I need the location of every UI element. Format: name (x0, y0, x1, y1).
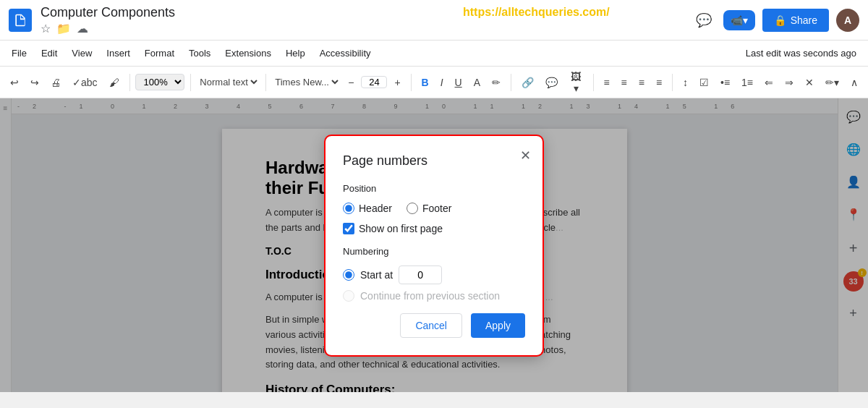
toolbar-right: ✏▾ ∧ (821, 74, 862, 91)
sep3 (265, 74, 266, 91)
cancel-button[interactable]: Cancel (400, 313, 462, 338)
font-plus-button[interactable]: + (390, 74, 404, 91)
share-label: Share (791, 14, 817, 26)
doc-info: Computer Components ☆ 📁 ☁ (41, 5, 175, 35)
sep2 (190, 74, 191, 91)
numbering-section: Numbering Start at Continue from previou… (343, 246, 525, 302)
sep5 (511, 74, 511, 91)
toolbar: ↩ ↪ 🖨 ✓abc 🖌 100% Normal text Times New.… (0, 67, 868, 98)
redo-button[interactable]: ↪ (26, 74, 43, 91)
start-at-label: Start at (360, 269, 393, 281)
bullet-list-button[interactable]: •≡ (716, 74, 734, 91)
menu-help[interactable]: Help (280, 45, 311, 61)
menu-edit[interactable]: Edit (35, 45, 63, 61)
topbar-right: 💬 📹▾ 🔒 Share A (692, 8, 859, 33)
doc-title: Computer Components (41, 5, 175, 20)
numbering-label: Numbering (343, 246, 525, 257)
footer-radio[interactable] (407, 203, 418, 214)
sep4 (411, 74, 412, 91)
start-at-radio[interactable] (343, 269, 354, 281)
align-right-button[interactable]: ≡ (634, 74, 649, 91)
footer-option[interactable]: Footer (407, 203, 451, 214)
continue-option: Continue from previous section (343, 290, 525, 302)
continue-radio (343, 290, 354, 302)
start-at-row: Start at (343, 265, 525, 284)
dialog-title: Page numbers (343, 153, 525, 169)
align-justify-button[interactable]: ≡ (652, 74, 666, 91)
position-radio-group: Header Footer (343, 203, 525, 214)
menu-accessibility[interactable]: Accessibility (314, 45, 377, 61)
apply-button[interactable]: Apply (471, 313, 525, 338)
menubar: File Edit View Insert Format Tools Exten… (0, 41, 868, 67)
expand-button[interactable]: ∧ (846, 74, 862, 91)
zoom-select[interactable]: 100% (135, 74, 184, 90)
highlight-button[interactable]: ✏ (488, 74, 505, 91)
avatar: A (836, 9, 859, 32)
numbered-list-button[interactable]: 1≡ (737, 74, 757, 91)
font-color-button[interactable]: A (469, 74, 485, 91)
dialog-overlay: Page numbers ✕ Position Header Footer (0, 98, 868, 392)
start-at-input[interactable] (399, 265, 442, 284)
menu-extensions[interactable]: Extensions (219, 45, 277, 61)
sep1 (129, 74, 130, 91)
indent-less-button[interactable]: ⇐ (760, 74, 778, 91)
show-first-page-checkbox[interactable] (343, 223, 354, 234)
folder-icon[interactable]: 📁 (56, 22, 71, 35)
url-overlay: https://alltechqueries.com/ (463, 6, 610, 19)
print-button[interactable]: 🖨 (46, 74, 65, 91)
header-label: Header (359, 203, 392, 214)
cloud-icon[interactable]: ☁ (77, 22, 88, 35)
paint-format-button[interactable]: 🖌 (105, 74, 124, 91)
font-size-input[interactable] (361, 76, 387, 88)
header-radio[interactable] (343, 203, 354, 214)
comment-button[interactable]: 💬 (541, 74, 562, 91)
continue-label: Continue from previous section (360, 290, 500, 302)
menu-file[interactable]: File (6, 45, 33, 61)
dialog-actions: Cancel Apply (343, 313, 525, 338)
undo-button[interactable]: ↩ (6, 74, 23, 91)
topbar: Computer Components ☆ 📁 ☁ https://alltec… (0, 0, 868, 41)
meet-icon[interactable]: 📹▾ (723, 10, 755, 30)
underline-button[interactable]: U (451, 74, 467, 91)
spellcheck-button[interactable]: ✓abc (68, 74, 102, 91)
align-left-button[interactable]: ≡ (599, 74, 613, 91)
lock-icon: 🔒 (774, 14, 786, 26)
style-select[interactable]: Normal text (197, 76, 260, 88)
clear-format-button[interactable]: ✕ (801, 74, 818, 91)
line-spacing-button[interactable]: ↕ (678, 74, 692, 91)
star-icon[interactable]: ☆ (41, 22, 51, 35)
image-button[interactable]: 🖼▾ (565, 68, 587, 97)
position-section: Position Header Footer Show on first pag… (343, 183, 525, 234)
page-numbers-dialog: Page numbers ✕ Position Header Footer (326, 136, 542, 355)
menu-view[interactable]: View (66, 45, 98, 61)
menu-format[interactable]: Format (139, 45, 180, 61)
main-area: ≡ -2 -1 0 1 2 3 4 5 6 7 8 9 10 11 12 13 … (0, 98, 868, 392)
last-edit: Last edit was seconds ago (740, 45, 862, 61)
checklist-button[interactable]: ☑ (695, 74, 713, 91)
app-icon (9, 9, 32, 32)
edit-mode-button[interactable]: ✏▾ (821, 74, 843, 91)
sep6 (593, 74, 594, 91)
comment-icon[interactable]: 💬 (692, 8, 716, 33)
align-center-button[interactable]: ≡ (617, 74, 631, 91)
menu-tools[interactable]: Tools (183, 45, 216, 61)
font-minus-button[interactable]: − (344, 74, 358, 91)
show-first-page-label: Show on first page (359, 223, 443, 234)
font-select[interactable]: Times New... (272, 76, 341, 88)
position-label: Position (343, 183, 525, 194)
header-option[interactable]: Header (343, 203, 392, 214)
share-button[interactable]: 🔒 Share (762, 9, 829, 32)
footer-label: Footer (422, 203, 451, 214)
menu-insert[interactable]: Insert (101, 45, 136, 61)
link-button[interactable]: 🔗 (517, 74, 538, 91)
bold-button[interactable]: B (417, 74, 433, 91)
show-first-page-option[interactable]: Show on first page (343, 223, 525, 234)
italic-button[interactable]: I (436, 74, 448, 91)
indent-more-button[interactable]: ⇒ (780, 74, 798, 91)
dialog-close-button[interactable]: ✕ (520, 148, 531, 163)
sep7 (672, 74, 673, 91)
